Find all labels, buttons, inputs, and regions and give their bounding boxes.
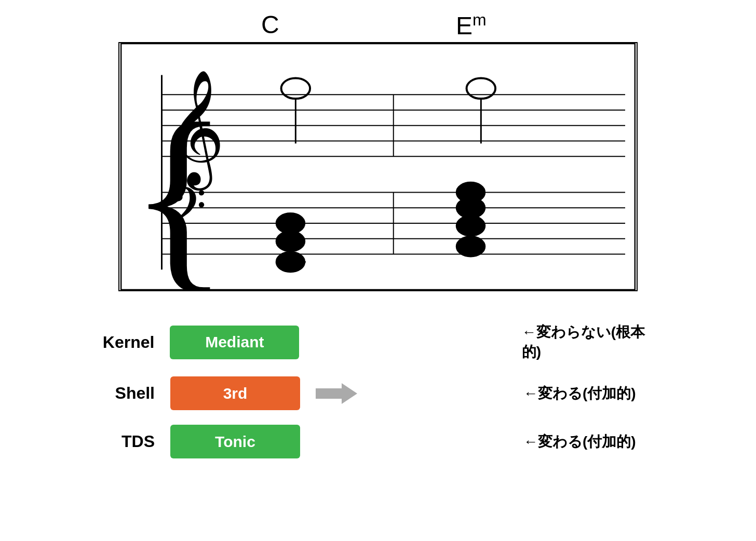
legend-row-kernel: Kernel Mediant Mediant ←変わらない(根本的) — [92, 322, 664, 362]
shell-arrow — [310, 383, 362, 404]
svg-point-25 — [456, 236, 485, 257]
svg-point-22 — [276, 231, 305, 252]
chord-em-label: Em — [456, 10, 487, 40]
svg-marker-29 — [316, 383, 357, 404]
shell-box2: Root — [373, 376, 503, 410]
svg-text:𝄢: 𝄢 — [167, 179, 207, 247]
staff-container: { 𝄞 𝄢 — [118, 42, 638, 291]
tds-box1: Tonic — [170, 425, 300, 458]
kernel-box1: Mediant — [170, 326, 299, 359]
shell-note: ←変わる(付加的) — [523, 384, 636, 403]
chord-c-label: C — [261, 10, 375, 40]
kernel-label: Kernel — [92, 333, 154, 352]
svg-point-28 — [456, 182, 485, 203]
legend: Kernel Mediant Mediant ←変わらない(根本的) Shell… — [92, 322, 664, 458]
tds-box2: Dominant — [373, 425, 503, 458]
staff-svg: { 𝄞 𝄢 — [119, 43, 637, 290]
svg-point-26 — [456, 215, 485, 236]
chord-labels: C Em — [160, 10, 638, 40]
shell-box1: 3rd — [170, 376, 300, 410]
svg-point-23 — [276, 213, 305, 234]
kernel-box2: Mediant — [372, 326, 501, 359]
svg-text:𝄞: 𝄞 — [166, 71, 225, 191]
kernel-note: ←変わらない(根本的) — [522, 322, 664, 362]
legend-row-tds: TDS Tonic Dominant ←変わる(付加的) — [92, 425, 664, 458]
legend-row-shell: Shell 3rd Root ←変わる(付加的) — [92, 376, 664, 410]
tds-note: ←変わる(付加的) — [523, 432, 636, 452]
tds-label: TDS — [92, 432, 155, 451]
shell-label: Shell — [92, 384, 155, 403]
main-container: C Em { 𝄞 𝄢 — [92, 10, 664, 458]
